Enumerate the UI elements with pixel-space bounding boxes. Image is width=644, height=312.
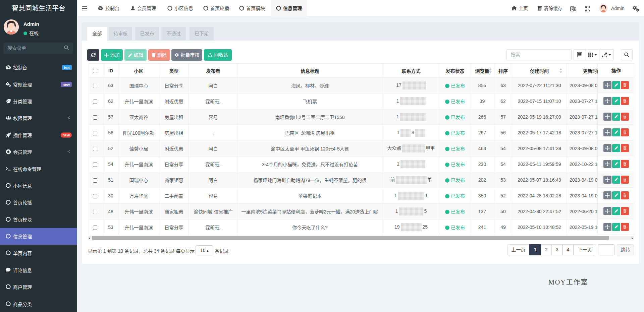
svg-text:A: A — [574, 8, 576, 10]
